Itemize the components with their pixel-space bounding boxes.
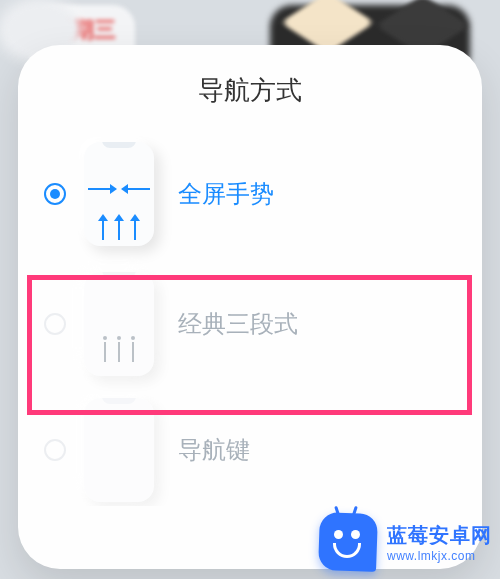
option-label: 导航键: [178, 434, 250, 466]
watermark-brand: 蓝莓安卓网: [387, 522, 492, 549]
watermark-text: 蓝莓安卓网 www.lmkjx.com: [387, 522, 492, 563]
sheet-title: 导航方式: [38, 73, 462, 108]
watermark: 蓝莓安卓网 www.lmkjx.com: [313, 507, 500, 579]
gesture-thumbnail-icon: [84, 142, 154, 246]
radio-selected-icon[interactable]: [44, 183, 66, 205]
watermark-mascot-icon: [319, 513, 377, 571]
radio-unselected-icon[interactable]: [44, 439, 66, 461]
tutorial-highlight-box: [27, 275, 472, 415]
watermark-url: www.lmkjx.com: [387, 549, 492, 563]
option-fullscreen-gesture[interactable]: 全屏手势: [38, 134, 462, 254]
option-label: 全屏手势: [178, 178, 274, 210]
